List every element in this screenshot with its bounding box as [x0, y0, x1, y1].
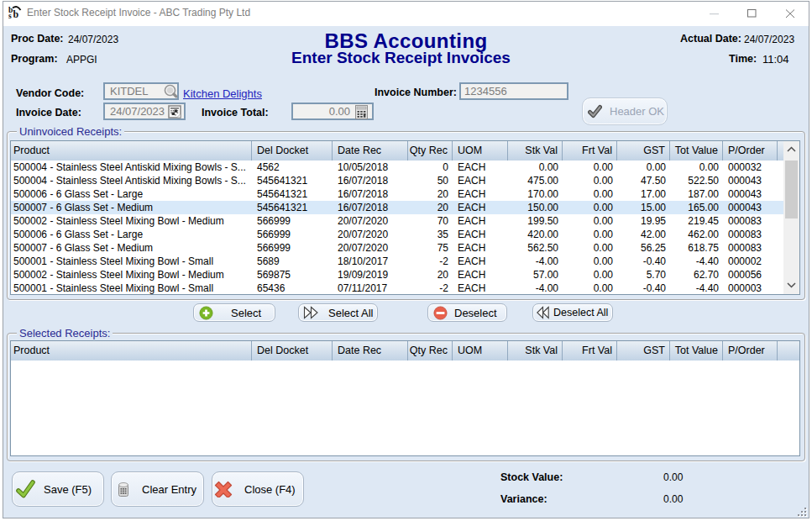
svg-text:b: b [13, 8, 19, 19]
svg-text:s: s [8, 12, 12, 19]
